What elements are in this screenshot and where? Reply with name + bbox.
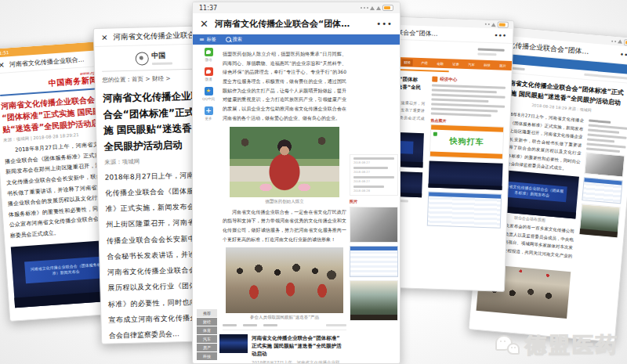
share-weibo[interactable]: 微博 [197, 67, 220, 81]
channel-item[interactable]: 房产 [197, 344, 217, 351]
sidebar-column: 2018-08-27 2018-08-27 2018-08-27 2018-08… [350, 154, 398, 321]
close-icon[interactable]: ✕ [101, 33, 108, 41]
ad-logo-icon [433, 132, 437, 136]
related-news-list: 河南省文化传播企业联合会“团体标准”正式实施 国民眼贴“迷迭香”全民眼护活动启动… [219, 334, 342, 364]
seal-logo-icon [135, 52, 148, 65]
nav-tab[interactable]: 科技 [484, 63, 491, 67]
sidebar-link[interactable]: 2018-08-27 [353, 176, 394, 183]
article-footer-meta [223, 324, 346, 326]
wechat-bubbles-icon [495, 333, 522, 357]
share-label: 微博 [198, 77, 219, 81]
close-icon[interactable]: ✕ [200, 18, 208, 30]
battery-icon [498, 21, 509, 27]
browser-title-bar: ✕ 河南省文化传播企业联合会“团体… ••• [193, 13, 400, 34]
link-placeholder[interactable] [432, 85, 506, 89]
founder-photo [230, 127, 339, 197]
page-title: 河南省文化传播企业联合会“团体… [113, 30, 205, 42]
page-title: 河南省文化传播企业联合会“团体… [215, 18, 370, 30]
share-label: 微信 [198, 57, 219, 61]
link-placeholder[interactable] [432, 94, 506, 99]
sidebar-header-label: 经济中心 [440, 77, 457, 83]
channel-item[interactable]: 体育 [197, 326, 217, 334]
watermark: 德盟医药 [495, 331, 619, 359]
stage-screen-text: 河南省文化传播企业联合会（团体服务标准）新闻发布会 [25, 261, 107, 278]
status-dot-icon [361, 7, 362, 9]
sidebar-column: 经济中心 热点图片 快狗打车 [427, 77, 506, 229]
nav-tab[interactable]: 金融 [437, 61, 444, 65]
tag-placeholder[interactable] [223, 324, 237, 326]
pictures-section-label: 图片 [350, 199, 398, 204]
sidebar-table-thumb[interactable] [427, 191, 502, 228]
qzone-star-icon: ★ [205, 87, 213, 96]
sidebar-header-placeholder [589, 120, 611, 124]
link-placeholder[interactable] [588, 129, 619, 134]
link-placeholder[interactable] [587, 139, 614, 143]
wechat-icon [205, 48, 213, 56]
sidebar-link[interactable]: 2018-08-27 [353, 167, 394, 174]
nav-tab[interactable]: 汽车 [468, 63, 475, 67]
share-label: 更多 [198, 116, 219, 120]
status-dot-icon [611, 40, 613, 41]
article-paragraph-1: 德盟医药创始人陈立介绍，德盟医药始终秉承“日月同辉、四海同心、厚德载物、造福惠民… [223, 49, 346, 123]
sidebar-thumb-photo[interactable] [584, 153, 625, 178]
breadcrumb[interactable]: 您的位置：首页 > 财经 > [102, 74, 205, 84]
sidebar-thumb-photo[interactable] [350, 207, 398, 243]
link-date: 2018-08-27 [353, 170, 390, 174]
sidebar-thumb-group-photo[interactable] [350, 280, 398, 321]
menu-icon[interactable]: ••• [619, 51, 627, 59]
link-placeholder[interactable] [431, 98, 488, 103]
puzzle-icon [432, 77, 437, 82]
nav-tab-active[interactable]: 财经 [401, 59, 413, 66]
menu-icon[interactable]: ••• [376, 20, 393, 28]
link-placeholder[interactable] [432, 89, 497, 94]
close-icon[interactable]: ✕ [0, 60, 5, 70]
tag-placeholder[interactable] [263, 324, 277, 326]
link-date: 2018-08-27 [353, 179, 390, 183]
related-item[interactable]: 河南省文化传播企业联合会“团体标准”正式实施 国民眼贴“迷迭香”全民眼护活动启动… [219, 334, 342, 364]
nav-tab[interactable]: 证券 [452, 62, 459, 66]
sidebar-thumb-group-photo[interactable] [578, 204, 620, 238]
menu-icon[interactable]: ••• [494, 31, 506, 40]
nav-tab[interactable]: 产经 [422, 61, 429, 65]
sidebar-thumb-table[interactable] [350, 246, 398, 277]
nav-tab[interactable]: 图片 [499, 63, 506, 67]
status-dot-icon [485, 23, 487, 25]
status-dot-icon [364, 7, 365, 9]
meta-placeholder [326, 324, 346, 326]
site-logo-name: 中国 [151, 50, 172, 61]
photo-caption-2: 参会人员领取国民眼贴“迷迭香”产品 [223, 315, 346, 320]
related-snippet: 2018年8月27日上午，河南省文化传播企业联合会《团体服务标准》正式实施，新闻… [252, 359, 342, 364]
site-nav-bar: ≡ 标签 搜索 [193, 34, 400, 45]
sidebar-link[interactable]: 2018-08-28 [353, 186, 394, 193]
link-placeholder[interactable] [431, 107, 498, 112]
nav-tags-label: 标签 [207, 36, 216, 43]
nav-tags-button[interactable]: ≡ 标签 [199, 36, 216, 43]
related-thumb [219, 334, 248, 353]
nav-search-button[interactable]: 搜索 [226, 36, 242, 43]
channel-rail: 推荐 财经 体育 汽车 房产 科技 [197, 309, 217, 360]
share-more[interactable]: + 更多 [197, 106, 220, 121]
channel-item-active[interactable]: 推荐 [197, 309, 217, 317]
nav-search-label: 搜索 [233, 36, 242, 43]
ad-brand-text: 快狗打车 [449, 135, 484, 148]
sidebar-thumb-table[interactable] [582, 178, 622, 204]
channel-item[interactable]: 汽车 [197, 335, 217, 343]
channel-item[interactable]: 科技 [197, 352, 217, 360]
status-dot-icon [488, 23, 490, 25]
wifi-icon [370, 6, 375, 10]
site-logo: www.zgswxw 中国商务新闻网 [0, 69, 107, 96]
signal-icon [618, 39, 622, 44]
sidebar-links-card: 2018-08-27 2018-08-27 2018-08-27 2018-08… [350, 154, 398, 196]
link-placeholder[interactable] [431, 112, 491, 117]
sidebar-photo[interactable] [428, 160, 502, 189]
kuaigou-ad-card[interactable]: 快狗打车 [429, 124, 504, 159]
stage-screen: 河南省文化传播企业联合会（团体服务标准）新闻发布会 [24, 256, 107, 283]
sidebar-link[interactable]: 2018-08-27 [353, 157, 394, 164]
share-wechat[interactable]: 微信 [197, 48, 220, 62]
related-title: 河南省文化传播企业联合会“团体标准”正式实施 国民眼贴“迷迭香”全民眼护活动启动 [252, 334, 342, 358]
channel-item[interactable]: 财经 [197, 318, 217, 326]
site-logo-placeholder [477, 45, 505, 58]
link-placeholder[interactable] [431, 103, 505, 107]
share-qzone[interactable]: ★ QQ空间 [197, 87, 220, 101]
tag-placeholder[interactable] [243, 324, 257, 326]
